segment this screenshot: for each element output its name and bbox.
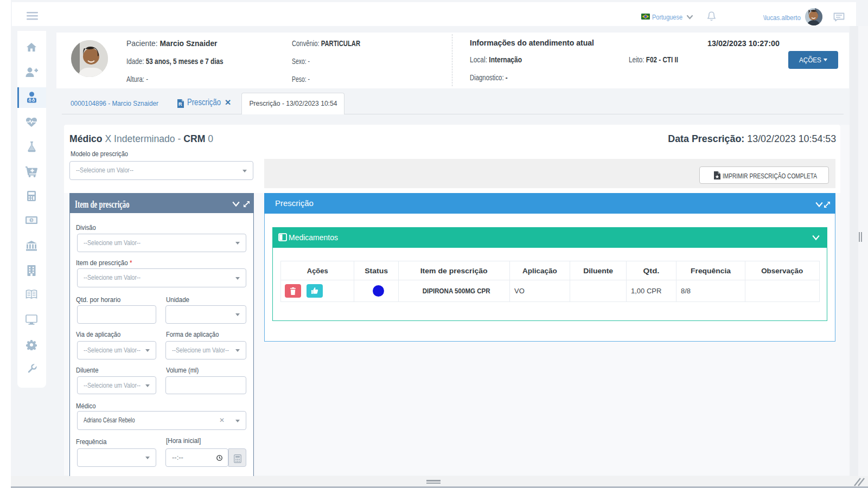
svg-text:R: R (178, 101, 182, 107)
